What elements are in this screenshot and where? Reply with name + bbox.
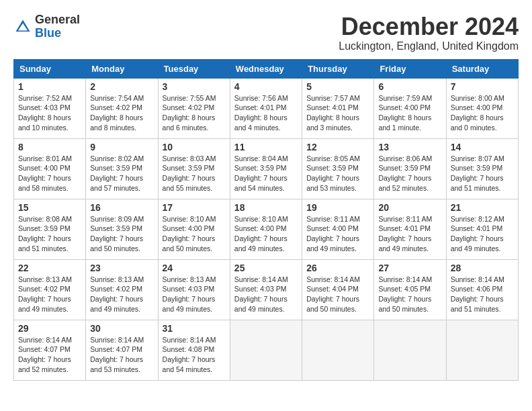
daylight-label: Daylight: 7 hours and 55 minutes. — [163, 174, 216, 192]
daylight-label: Daylight: 7 hours and 54 minutes. — [163, 355, 216, 373]
sunset-label: Sunset: 3:59 PM — [90, 224, 142, 232]
day-number: 18 — [234, 202, 298, 213]
daylight-label: Daylight: 7 hours and 49 minutes. — [163, 295, 216, 313]
logo-text: General Blue — [35, 13, 80, 40]
day-info: Sunrise: 8:08 AM Sunset: 3:59 PM Dayligh… — [18, 214, 81, 254]
day-number: 31 — [163, 323, 226, 334]
sunrise-label: Sunrise: 8:14 AM — [18, 336, 72, 344]
title-block: December 2024 Luckington, England, Unite… — [339, 13, 519, 52]
sunrise-label: Sunrise: 8:04 AM — [234, 154, 288, 163]
day-info: Sunrise: 8:14 AM Sunset: 4:04 PM Dayligh… — [306, 275, 369, 314]
day-info: Sunrise: 8:13 AM Sunset: 4:02 PM Dayligh… — [18, 275, 81, 314]
calendar-day-cell: 6 Sunrise: 7:59 AM Sunset: 4:00 PM Dayli… — [374, 78, 446, 138]
day-number: 1 — [18, 81, 81, 92]
day-number: 21 — [451, 202, 514, 213]
sunrise-label: Sunrise: 7:57 AM — [306, 94, 360, 102]
sunset-label: Sunset: 4:04 PM — [306, 285, 359, 293]
day-info: Sunrise: 8:06 AM Sunset: 3:59 PM Dayligh… — [378, 154, 441, 193]
day-info: Sunrise: 8:13 AM Sunset: 4:02 PM Dayligh… — [90, 275, 153, 314]
daylight-label: Daylight: 7 hours and 49 minutes. — [18, 295, 71, 313]
location-subtitle: Luckington, England, United Kingdom — [339, 40, 519, 52]
daylight-label: Daylight: 7 hours and 49 minutes. — [378, 234, 431, 253]
day-number: 25 — [234, 263, 298, 273]
sunset-label: Sunset: 4:02 PM — [90, 285, 142, 293]
day-info: Sunrise: 7:54 AM Sunset: 4:02 PM Dayligh… — [90, 93, 153, 133]
day-number: 11 — [234, 142, 298, 152]
sunset-label: Sunset: 4:00 PM — [18, 164, 71, 172]
day-info: Sunrise: 7:57 AM Sunset: 4:01 PM Dayligh… — [306, 93, 369, 133]
day-number: 4 — [234, 81, 298, 92]
calendar-week-row: 8 Sunrise: 8:01 AM Sunset: 4:00 PM Dayli… — [14, 138, 519, 199]
sunrise-label: Sunrise: 7:59 AM — [378, 94, 432, 102]
sunrise-label: Sunrise: 8:03 AM — [163, 154, 216, 163]
calendar-day-cell: 24 Sunrise: 8:13 AM Sunset: 4:03 PM Dayl… — [158, 259, 230, 320]
daylight-label: Daylight: 8 hours and 10 minutes. — [18, 113, 71, 132]
calendar-table: Sunday Monday Tuesday Wednesday Thursday… — [13, 59, 519, 381]
sunrise-label: Sunrise: 8:11 AM — [378, 215, 432, 223]
daylight-label: Daylight: 8 hours and 0 minutes. — [451, 113, 504, 132]
col-sunday: Sunday — [14, 59, 86, 78]
daylight-label: Daylight: 7 hours and 58 minutes. — [18, 174, 71, 192]
daylight-label: Daylight: 7 hours and 50 minutes. — [163, 234, 216, 253]
calendar-day-cell: 22 Sunrise: 8:13 AM Sunset: 4:02 PM Dayl… — [14, 259, 86, 320]
day-info: Sunrise: 8:14 AM Sunset: 4:07 PM Dayligh… — [18, 335, 81, 375]
sunrise-label: Sunrise: 8:09 AM — [90, 215, 144, 223]
calendar-day-cell: 30 Sunrise: 8:14 AM Sunset: 4:07 PM Dayl… — [86, 320, 158, 380]
daylight-label: Daylight: 8 hours and 3 minutes. — [306, 113, 359, 132]
calendar-week-row: 22 Sunrise: 8:13 AM Sunset: 4:02 PM Dayl… — [14, 259, 519, 320]
calendar-day-cell: 19 Sunrise: 8:11 AM Sunset: 4:00 PM Dayl… — [302, 199, 374, 259]
daylight-label: Daylight: 8 hours and 6 minutes. — [163, 113, 216, 132]
day-number: 8 — [18, 142, 81, 152]
sunset-label: Sunset: 4:03 PM — [163, 285, 215, 293]
day-number: 30 — [90, 323, 153, 334]
col-tuesday: Tuesday — [158, 59, 230, 78]
sunset-label: Sunset: 4:05 PM — [378, 285, 431, 293]
calendar-day-cell: 28 Sunrise: 8:14 AM Sunset: 4:06 PM Dayl… — [446, 259, 518, 320]
sunset-label: Sunset: 4:00 PM — [378, 103, 431, 111]
day-info: Sunrise: 8:10 AM Sunset: 4:00 PM Dayligh… — [234, 214, 298, 254]
day-number: 2 — [90, 81, 153, 92]
day-info: Sunrise: 8:12 AM Sunset: 4:01 PM Dayligh… — [451, 214, 514, 254]
day-info: Sunrise: 8:14 AM Sunset: 4:07 PM Dayligh… — [90, 335, 153, 375]
calendar-header-row: Sunday Monday Tuesday Wednesday Thursday… — [14, 59, 519, 78]
daylight-label: Daylight: 7 hours and 49 minutes. — [234, 234, 287, 253]
daylight-label: Daylight: 7 hours and 49 minutes. — [90, 295, 143, 313]
day-info: Sunrise: 7:56 AM Sunset: 4:01 PM Dayligh… — [234, 93, 298, 133]
calendar-day-cell: 12 Sunrise: 8:05 AM Sunset: 3:59 PM Dayl… — [302, 138, 374, 199]
daylight-label: Daylight: 7 hours and 49 minutes. — [234, 295, 287, 313]
daylight-label: Daylight: 7 hours and 49 minutes. — [306, 234, 359, 253]
daylight-label: Daylight: 7 hours and 49 minutes. — [451, 234, 504, 253]
sunrise-label: Sunrise: 8:01 AM — [18, 154, 72, 163]
sunset-label: Sunset: 4:01 PM — [306, 103, 359, 111]
day-number: 23 — [90, 263, 153, 273]
calendar-empty-cell — [302, 320, 374, 380]
sunset-label: Sunset: 4:00 PM — [234, 224, 287, 232]
sunrise-label: Sunrise: 8:13 AM — [163, 275, 216, 283]
logo-general: General — [35, 13, 80, 26]
day-info: Sunrise: 8:04 AM Sunset: 3:59 PM Dayligh… — [234, 154, 298, 193]
calendar-empty-cell — [230, 320, 302, 380]
sunrise-label: Sunrise: 8:13 AM — [90, 275, 144, 283]
sunrise-label: Sunrise: 8:05 AM — [306, 154, 360, 163]
calendar-day-cell: 16 Sunrise: 8:09 AM Sunset: 3:59 PM Dayl… — [86, 199, 158, 259]
calendar-week-row: 29 Sunrise: 8:14 AM Sunset: 4:07 PM Dayl… — [14, 320, 519, 380]
daylight-label: Daylight: 7 hours and 57 minutes. — [90, 174, 143, 192]
sunset-label: Sunset: 3:59 PM — [306, 164, 359, 172]
daylight-label: Daylight: 7 hours and 52 minutes. — [378, 174, 431, 192]
day-number: 15 — [18, 202, 81, 213]
calendar-day-cell: 8 Sunrise: 8:01 AM Sunset: 4:00 PM Dayli… — [14, 138, 86, 199]
sunset-label: Sunset: 4:06 PM — [451, 285, 503, 293]
day-number: 6 — [378, 81, 441, 92]
day-number: 7 — [451, 81, 514, 92]
day-info: Sunrise: 8:07 AM Sunset: 3:59 PM Dayligh… — [451, 154, 514, 193]
daylight-label: Daylight: 7 hours and 53 minutes. — [90, 355, 143, 373]
sunset-label: Sunset: 4:02 PM — [18, 285, 71, 293]
day-info: Sunrise: 8:10 AM Sunset: 4:00 PM Dayligh… — [163, 214, 226, 254]
calendar-day-cell: 26 Sunrise: 8:14 AM Sunset: 4:04 PM Dayl… — [302, 259, 374, 320]
sunrise-label: Sunrise: 8:14 AM — [90, 336, 144, 344]
month-year-title: December 2024 — [339, 13, 519, 40]
calendar-day-cell: 1 Sunrise: 7:52 AM Sunset: 4:03 PM Dayli… — [14, 78, 86, 138]
sunrise-label: Sunrise: 8:14 AM — [163, 336, 216, 344]
sunrise-label: Sunrise: 8:12 AM — [451, 215, 504, 223]
calendar-day-cell: 20 Sunrise: 8:11 AM Sunset: 4:01 PM Dayl… — [374, 199, 446, 259]
